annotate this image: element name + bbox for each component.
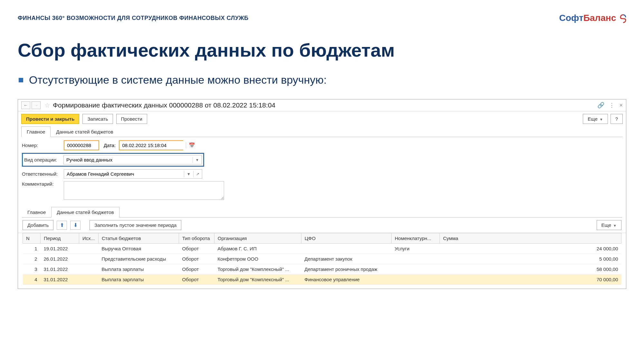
cell-cfo: Департамент розничных продаж	[301, 264, 392, 274]
bullet-icon	[19, 78, 23, 82]
logo-part1: Софт	[559, 13, 583, 23]
th-n[interactable]: N	[23, 233, 41, 244]
cell-period: 19.01.2022	[41, 244, 79, 254]
th-type[interactable]: Тип оборота	[179, 233, 214, 244]
more-icon[interactable]: ⋮	[609, 102, 615, 109]
th-cfo[interactable]: ЦФО	[301, 233, 392, 244]
window-title: Формирование фактических данных 00000028…	[53, 101, 275, 109]
number-label: Номер:	[22, 143, 64, 148]
cell-source	[79, 244, 99, 254]
responsible-input[interactable]: Абрамов Геннадий Сергеевич ▼ ↗	[64, 169, 202, 179]
cell-cfo	[301, 244, 392, 254]
move-up-button[interactable]: ⬆	[57, 221, 67, 230]
cell-period: 26.01.2022	[41, 254, 79, 264]
cell-type: Оборот	[179, 254, 214, 264]
th-sum[interactable]: Сумма	[440, 233, 621, 244]
cell-article: Выплата зарплаты	[99, 274, 179, 285]
favorite-icon[interactable]: ☆	[44, 101, 50, 109]
title-bar: ← → ☆ Формирование фактических данных 00…	[18, 99, 626, 111]
main-title: Сбор фактических данных по бюджетам	[18, 39, 644, 61]
sub-more-button[interactable]: Еще▼	[597, 220, 621, 230]
number-input[interactable]	[64, 140, 99, 150]
tab-data[interactable]: Данные статей бюджетов	[51, 126, 118, 137]
post-close-button[interactable]: Провести и закрыть	[21, 114, 79, 124]
cell-sum: 5 000,00	[440, 254, 621, 264]
logo-part2: Баланс	[583, 13, 616, 23]
th-source[interactable]: Исх...	[79, 233, 99, 244]
cell-period: 31.01.2022	[41, 274, 79, 285]
date-label: Дата:	[104, 143, 116, 148]
comment-label: Комментарий:	[22, 181, 64, 187]
table-row[interactable]: 431.01.2022Выплата зарплатыОборотТорговы…	[23, 274, 621, 285]
operation-row: Вид операции: Ручной ввод данных ▼	[22, 153, 204, 167]
more-button[interactable]: Еще▼	[583, 114, 608, 124]
cell-org: Торговый дом "Комплексный" ...	[214, 264, 301, 274]
responsible-dropdown-icon[interactable]: ▼	[184, 171, 193, 177]
budget-table: N Период Исх... Статья бюджетов Тип обор…	[23, 233, 621, 285]
post-button[interactable]: Провести	[116, 114, 147, 124]
cell-n: 4	[23, 274, 41, 285]
operation-label: Вид операции:	[24, 157, 63, 162]
logo-icon	[620, 14, 626, 23]
move-down-button[interactable]: ⬇	[70, 221, 80, 230]
cell-type: Оборот	[179, 244, 214, 254]
cell-period: 31.01.2022	[41, 264, 79, 274]
cell-org: Абрамов Г. С. ИП	[214, 244, 301, 254]
arrow-up-icon: ⬆	[60, 222, 64, 228]
table-row[interactable]: 331.01.2022Выплата зарплатыОборотТорговы…	[23, 264, 621, 274]
top-tabs: Главное Данные статей бюджетов	[21, 126, 623, 137]
th-article[interactable]: Статья бюджетов	[99, 233, 179, 244]
date-input[interactable]	[119, 141, 186, 150]
responsible-label: Ответственный:	[22, 171, 64, 177]
help-button[interactable]: ?	[611, 114, 623, 124]
arrow-down-icon: ⬇	[73, 222, 78, 228]
cell-org: Торговый дом "Комплексный" ...	[214, 274, 301, 285]
cell-type: Оборот	[179, 264, 214, 274]
table-row[interactable]: 226.01.2022Представительские расходыОбор…	[23, 254, 621, 264]
cell-article: Выплата зарплаты	[99, 264, 179, 274]
link-icon[interactable]: 🔗	[597, 102, 604, 109]
cell-cfo: Финансовое управление	[301, 274, 392, 285]
th-nom[interactable]: Номенклатурн...	[392, 233, 440, 244]
cell-source	[79, 264, 99, 274]
date-input-wrapper: 📅	[119, 140, 183, 150]
operation-input[interactable]: Ручной ввод данных ▼	[63, 155, 202, 164]
close-icon[interactable]: ×	[619, 102, 623, 109]
app-window: ← → ☆ Формирование фактических данных 00…	[18, 99, 626, 289]
cell-org: Конфетпром ООО	[214, 254, 301, 264]
th-period[interactable]: Период	[41, 233, 79, 244]
subtab-main[interactable]: Главное	[22, 207, 51, 217]
forward-button[interactable]: →	[32, 101, 41, 109]
operation-dropdown-icon[interactable]: ▼	[193, 157, 202, 163]
back-button[interactable]: ←	[21, 101, 30, 109]
sub-tabs: Главное Данные статей бюджетов	[22, 207, 622, 218]
calendar-icon[interactable]: 📅	[186, 142, 198, 148]
cell-nom: Услуги	[392, 244, 440, 254]
save-button[interactable]: Записать	[82, 114, 113, 124]
responsible-open-icon[interactable]: ↗	[193, 171, 202, 177]
cell-source	[79, 254, 99, 264]
subtab-data[interactable]: Данные статей бюджетов	[51, 207, 119, 218]
operation-value: Ручной ввод данных	[64, 155, 193, 164]
cell-type: Оборот	[179, 274, 214, 285]
cell-nom	[392, 264, 440, 274]
cell-source	[79, 274, 99, 285]
cell-n: 1	[23, 244, 41, 254]
cell-article: Выручка Оптовая	[99, 244, 179, 254]
bullet-text: Отсутствующие в системе данные можно вне…	[29, 74, 327, 86]
cell-sum: 70 000,00	[440, 274, 621, 285]
cell-sum: 24 000,00	[440, 244, 621, 254]
sub-toolbar: Добавить ⬆ ⬇ Заполнить пустое значение п…	[18, 218, 626, 233]
table-header-row: N Период Исх... Статья бюджетов Тип обор…	[23, 233, 621, 244]
th-org[interactable]: Организация	[214, 233, 301, 244]
comment-input[interactable]	[64, 181, 224, 200]
cell-article: Представительские расходы	[99, 254, 179, 264]
cell-nom	[392, 274, 440, 285]
add-button[interactable]: Добавить	[23, 220, 53, 230]
cell-nom	[392, 254, 440, 264]
table-row[interactable]: 119.01.2022Выручка ОптоваяОборотАбрамов …	[23, 244, 621, 254]
fill-period-button[interactable]: Заполнить пустое значение периода	[90, 220, 181, 230]
logo: СофтБаланс	[559, 13, 627, 23]
cell-sum: 58 000,00	[440, 264, 621, 274]
tab-main[interactable]: Главное	[21, 126, 51, 137]
